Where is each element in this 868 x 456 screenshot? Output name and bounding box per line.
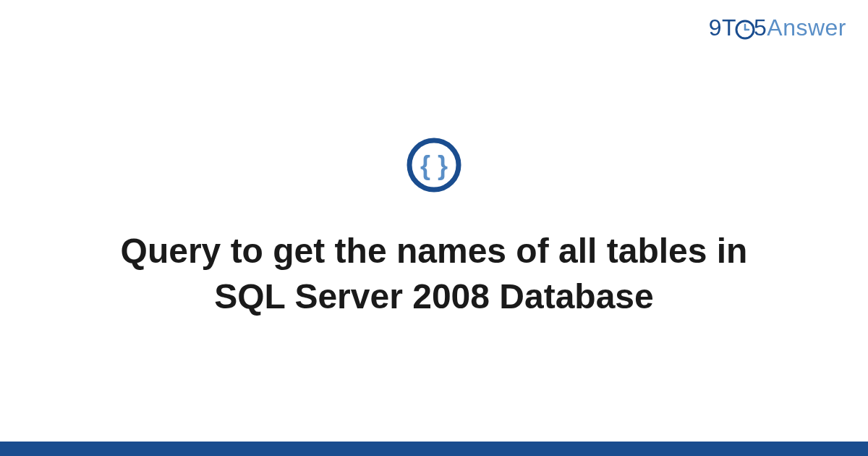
code-braces-icon: { } bbox=[406, 137, 462, 193]
footer-bar bbox=[0, 442, 868, 456]
svg-text:{ }: { } bbox=[420, 151, 448, 180]
question-title: Query to get the names of all tables in … bbox=[109, 229, 760, 319]
category-icon-wrapper: { } bbox=[406, 137, 462, 196]
main-content: { } Query to get the names of all tables… bbox=[0, 0, 868, 442]
